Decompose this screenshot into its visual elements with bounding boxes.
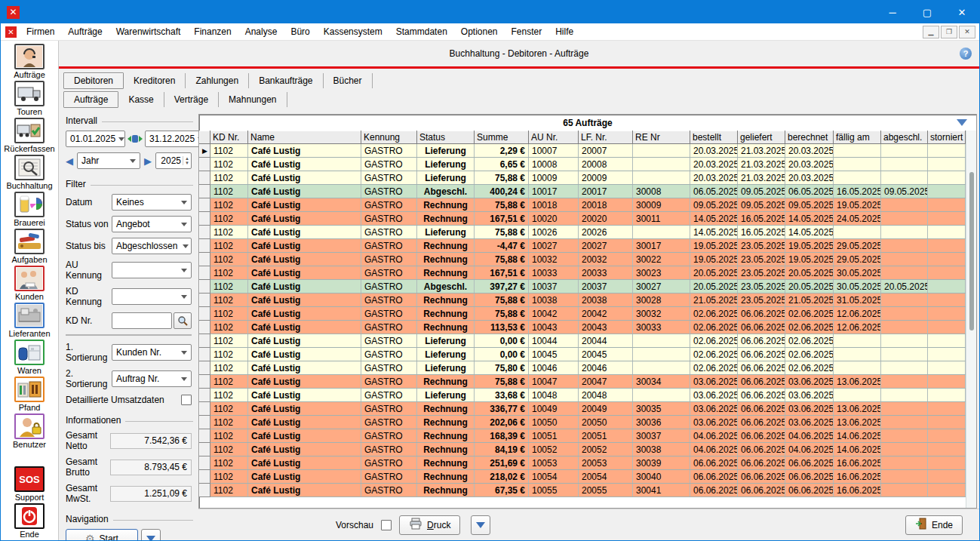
column-header-kd-nr-[interactable]: KD Nr.	[210, 131, 248, 144]
menu-item-firmen[interactable]: Firmen	[20, 26, 61, 37]
menu-item-finanzen[interactable]: Finanzen	[187, 26, 238, 37]
column-header-re-nr[interactable]: RE Nr	[633, 131, 690, 144]
table-options-dropdown-icon[interactable]	[957, 119, 967, 126]
window-minimize-button[interactable]: ─	[875, 1, 910, 23]
table-row[interactable]: 1102Café LustigGASTROLieferung75,88 €100…	[200, 226, 966, 239]
detail-umsatz-checkbox[interactable]	[181, 395, 192, 405]
sidebar-item-kunden[interactable]: Kunden	[14, 266, 45, 301]
table-row[interactable]: 1102Café LustigGASTROLieferung0,00 €1004…	[200, 348, 966, 361]
table-row[interactable]: 1102Café LustigGASTROLieferung75,80 €100…	[200, 361, 966, 375]
ende-button[interactable]: Ende	[905, 515, 963, 535]
table-row[interactable]: 1102Café LustigGASTRORechnung167,51 €100…	[200, 212, 966, 226]
table-vertical-scrollbar[interactable]	[966, 131, 976, 508]
column-header-lf-nr-[interactable]: LF. Nr.	[579, 131, 633, 144]
column-header-berechnet[interactable]: berechnet	[785, 131, 834, 144]
column-header-abgeschl-[interactable]: abgeschl.	[881, 131, 928, 144]
table-row[interactable]: 1102Café LustigGASTRORechnung218,02 €100…	[200, 470, 966, 484]
datum-combo[interactable]: Keines	[112, 194, 192, 211]
menu-item-warenwirtschaft[interactable]: Warenwirtschaft	[109, 26, 188, 37]
menu-item-büro[interactable]: Büro	[284, 26, 316, 37]
sidebar-item-rückerfassen[interactable]: Rückerfassen	[4, 118, 54, 153]
table-row[interactable]: 1102Café LustigGASTROLieferung33,68 €100…	[200, 389, 966, 402]
druck-options-button[interactable]	[471, 515, 490, 535]
column-header-au-nr-[interactable]: AU Nr.	[529, 131, 579, 144]
column-header-fällig-am[interactable]: fällig am	[834, 131, 881, 144]
year-spinner[interactable]: 2025 ▲▼	[155, 152, 192, 169]
status-von-combo[interactable]: Angebot	[112, 216, 192, 232]
tab-debitoren[interactable]: Debitoren	[63, 72, 124, 89]
date-from-combo[interactable]: 01.01.2025	[66, 131, 125, 147]
druck-button[interactable]: Druck	[399, 515, 460, 535]
previous-period-button[interactable]: ◀	[66, 156, 73, 166]
kd-kennung-combo[interactable]	[112, 288, 192, 305]
sidebar-item-buchhaltung[interactable]: Buchhaltung	[6, 155, 52, 190]
table-row[interactable]: 1102Café LustigGASTRORechnung168,39 €100…	[200, 429, 966, 443]
sidebar-item-pfand[interactable]: Pfand	[14, 377, 45, 412]
menu-item-aufträge[interactable]: Aufträge	[61, 26, 109, 37]
tab-bankaufträge[interactable]: Bankaufträge	[249, 73, 323, 88]
kd-nr-input[interactable]	[112, 312, 172, 329]
table-row[interactable]: 1102Café LustigGASTROLieferung0,00 €1004…	[200, 334, 966, 348]
subtab-kasse[interactable]: Kasse	[118, 92, 164, 107]
sidebar-item-touren[interactable]: Touren	[14, 81, 45, 116]
subtab-verträge[interactable]: Verträge	[164, 92, 219, 107]
vorschau-checkbox[interactable]	[381, 520, 392, 530]
table-row[interactable]: 1102Café LustigGASTRORechnung75,88 €1004…	[200, 375, 966, 389]
mdi-restore-button[interactable]: ❐	[941, 26, 957, 38]
column-header-geliefert[interactable]: geliefert	[738, 131, 785, 144]
mdi-close-button[interactable]: ✕	[959, 26, 975, 38]
column-header-status[interactable]: Status	[417, 131, 475, 144]
menu-item-optionen[interactable]: Optionen	[454, 26, 505, 37]
next-period-button[interactable]: ▶	[144, 156, 152, 166]
table-row[interactable]: 1102Café LustigGASTRORechnung202,06 €100…	[200, 416, 966, 429]
subtab-aufträge[interactable]: Aufträge	[63, 91, 118, 108]
subtab-mahnungen[interactable]: Mahnungen	[219, 92, 287, 107]
table-row[interactable]: 1102Café LustigGASTROAbgeschl.397,27 €10…	[200, 280, 966, 294]
menu-item-stammdaten[interactable]: Stammdaten	[389, 26, 454, 37]
period-combo[interactable]: Jahr	[77, 152, 140, 169]
sort1-combo[interactable]: Kunden Nr.	[112, 344, 192, 361]
status-bis-combo[interactable]: Abgeschlossen	[112, 238, 192, 254]
sidebar-item-ende[interactable]: Ende	[14, 503, 45, 539]
table-row[interactable]: 1102Café LustigGASTRORechnung167,51 €100…	[200, 266, 966, 280]
sidebar-item-waren[interactable]: Waren	[14, 340, 45, 375]
menu-item-analyse[interactable]: Analyse	[238, 26, 284, 37]
spinner-down-icon[interactable]: ▼	[185, 161, 189, 165]
table-row[interactable]: 1102Café LustigGASTRORechnung-4,47 €1002…	[200, 239, 966, 253]
tab-bücher[interactable]: Bücher	[324, 73, 373, 88]
tab-kreditoren[interactable]: Kreditoren	[124, 73, 186, 88]
table-row[interactable]: ▶1102Café LustigGASTROLieferung2,29 €100…	[200, 144, 966, 158]
table-row[interactable]: 1102Café LustigGASTROAbgeschl.400,24 €10…	[200, 185, 966, 198]
table-row[interactable]: 1102Café LustigGASTRORechnung75,88 €1003…	[200, 253, 966, 266]
table-row[interactable]: 1102Café LustigGASTRORechnung67,35 €1005…	[200, 484, 966, 497]
start-button[interactable]: ⚙ Start	[66, 529, 138, 540]
sidebar-item-brauerei[interactable]: Brauerei	[14, 192, 45, 227]
sidebar-item-lieferanten[interactable]: Lieferanten	[8, 303, 50, 338]
column-header-storniert[interactable]: storniert	[928, 131, 966, 144]
sort2-combo[interactable]: Auftrag Nr.	[112, 370, 192, 387]
sidebar-item-benutzer[interactable]: Benutzer	[13, 413, 46, 449]
date-to-combo[interactable]: 31.12.2025	[145, 131, 198, 147]
sidebar-item-aufgaben[interactable]: Aufgaben	[11, 229, 47, 264]
mdi-minimize-button[interactable]: ▁	[923, 26, 939, 38]
table-row[interactable]: 1102Café LustigGASTRORechnung75,88 €1003…	[200, 294, 966, 307]
table-row[interactable]: 1102Café LustigGASTRORechnung75,88 €1001…	[200, 198, 966, 212]
search-button[interactable]	[174, 312, 192, 329]
table-row[interactable]: 1102Café LustigGASTRORechnung336,77 €100…	[200, 402, 966, 416]
table-row[interactable]: 1102Café LustigGASTRORechnung113,53 €100…	[200, 321, 966, 334]
column-header-summe[interactable]: Summe	[475, 131, 529, 144]
window-close-button[interactable]: ✕	[945, 1, 979, 23]
scrollbar-thumb[interactable]	[969, 172, 974, 330]
column-header-name[interactable]: Name	[248, 131, 361, 144]
menu-item-hilfe[interactable]: Hilfe	[548, 26, 580, 37]
table-row[interactable]: 1102Café LustigGASTRORechnung75,88 €1004…	[200, 307, 966, 321]
table-row[interactable]: 1102Café LustigGASTRORechnung84,19 €1005…	[200, 443, 966, 456]
table-row[interactable]: 1102Café LustigGASTRORechnung251,69 €100…	[200, 456, 966, 470]
au-kennung-combo[interactable]	[112, 262, 192, 278]
table-row[interactable]: 1102Café LustigGASTROLieferung75,88 €100…	[200, 171, 966, 185]
column-header-kennung[interactable]: Kennung	[361, 131, 417, 144]
start-options-button[interactable]	[141, 529, 161, 540]
help-icon[interactable]: ?	[960, 48, 972, 60]
column-header-bestellt[interactable]: bestellt	[690, 131, 738, 144]
window-maximize-button[interactable]: ▢	[910, 1, 945, 23]
